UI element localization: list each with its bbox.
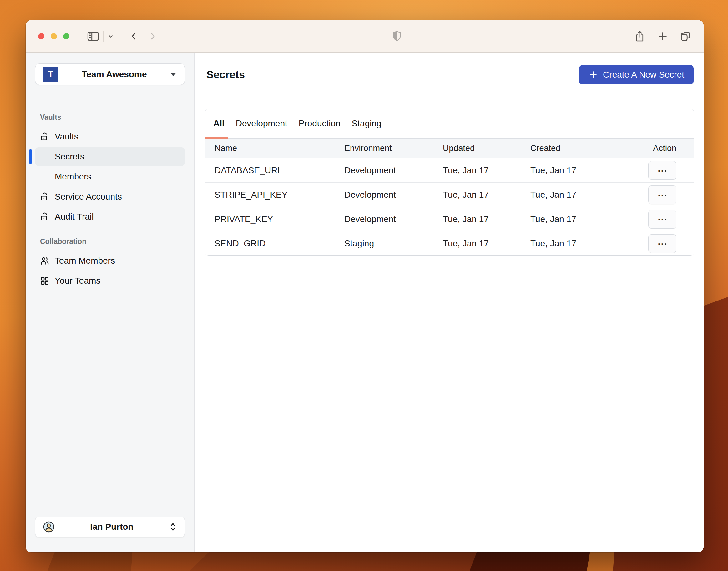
traffic-lights (38, 33, 70, 39)
sidebar: T Team Awesome Vaults Vaults Secrets (26, 52, 195, 552)
sidebar-item-secrets[interactable]: Secrets (35, 147, 185, 166)
secret-name: PRIVATE_KEY (215, 214, 344, 224)
secret-updated: Tue, Jan 17 (443, 214, 530, 224)
sidebar-item-team-members[interactable]: Team Members (35, 251, 185, 270)
column-header-action: Action (648, 143, 677, 153)
forward-icon[interactable] (148, 31, 157, 41)
sidebar-item-label: Service Accounts (55, 192, 122, 202)
titlebar (26, 20, 704, 52)
sidebar-item-members[interactable]: Members (35, 167, 185, 186)
sidebar-item-your-teams[interactable]: Your Teams (35, 271, 185, 291)
row-actions-button[interactable]: … (648, 161, 677, 180)
table-row: DATABASE_URL Development Tue, Jan 17 Tue… (205, 158, 694, 182)
table-row: SEND_GRID Staging Tue, Jan 17 Tue, Jan 1… (205, 231, 694, 255)
page-title: Secrets (206, 69, 245, 81)
secret-environment: Development (344, 165, 443, 176)
secret-updated: Tue, Jan 17 (443, 190, 530, 200)
team-name: Team Awesome (58, 70, 170, 80)
chevron-down-icon[interactable] (107, 33, 114, 40)
main-panel: Secrets Create A New Secret All Developm… (195, 52, 704, 552)
secret-name: DATABASE_URL (215, 165, 344, 176)
new-tab-icon[interactable] (657, 31, 668, 41)
shield-icon (391, 30, 402, 42)
zoom-button[interactable] (63, 33, 70, 39)
app-window: T Team Awesome Vaults Vaults Secrets (26, 20, 704, 552)
secret-name: SEND_GRID (215, 239, 344, 249)
sidebar-item-label: Secrets (55, 152, 85, 162)
secret-environment: Development (344, 214, 443, 224)
table-header: Name Environment Updated Created Action (205, 138, 694, 158)
minimize-button[interactable] (51, 33, 57, 39)
grid-icon (40, 276, 49, 286)
column-header-name: Name (215, 143, 344, 153)
sidebar-item-label: Your Teams (55, 276, 100, 286)
content-area: All Development Production Staging Name … (195, 97, 704, 552)
team-avatar: T (43, 67, 58, 82)
row-actions-button[interactable]: … (648, 234, 677, 253)
sidebar-item-audit-trail[interactable]: Audit Trail (35, 207, 185, 226)
tab-production[interactable]: Production (295, 109, 344, 138)
lock-open-icon (40, 212, 49, 221)
secret-name: STRIPE_API_KEY (215, 190, 344, 200)
up-down-chevron-icon (169, 522, 177, 532)
lock-open-icon (40, 192, 49, 201)
sidebar-item-label: Vaults (55, 132, 79, 142)
create-secret-label: Create A New Secret (603, 70, 684, 80)
table-row: PRIVATE_KEY Development Tue, Jan 17 Tue,… (205, 207, 694, 231)
sidebar-item-vaults[interactable]: Vaults (35, 127, 185, 146)
sidebar-item-service-accounts[interactable]: Service Accounts (35, 187, 185, 206)
secret-environment: Development (344, 190, 443, 200)
secret-created: Tue, Jan 17 (530, 165, 648, 176)
column-header-environment: Environment (344, 143, 443, 153)
secret-created: Tue, Jan 17 (530, 190, 648, 200)
secret-created: Tue, Jan 17 (530, 239, 648, 249)
users-icon (40, 256, 49, 265)
secret-environment: Staging (344, 239, 443, 249)
secret-created: Tue, Jan 17 (530, 214, 648, 224)
column-header-updated: Updated (443, 143, 530, 153)
column-header-created: Created (530, 143, 648, 153)
environment-tabs: All Development Production Staging (205, 109, 694, 138)
table-row: STRIPE_API_KEY Development Tue, Jan 17 T… (205, 182, 694, 207)
close-button[interactable] (38, 33, 44, 39)
divider (103, 31, 104, 41)
sidebar-toggle-icon[interactable] (87, 31, 100, 41)
main-header: Secrets Create A New Secret (195, 52, 704, 97)
user-avatar-icon (43, 521, 55, 533)
sidebar-item-label: Members (55, 172, 91, 182)
lock-open-icon (40, 132, 49, 141)
row-actions-button[interactable]: … (648, 210, 677, 229)
desktop-wallpaper: T Team Awesome Vaults Vaults Secrets (0, 0, 728, 571)
section-header-vaults: Vaults (35, 113, 185, 122)
tab-overview-icon[interactable] (680, 31, 691, 42)
create-secret-button[interactable]: Create A New Secret (579, 65, 694, 85)
share-icon[interactable] (634, 30, 645, 42)
secret-updated: Tue, Jan 17 (443, 165, 530, 176)
row-actions-button[interactable]: … (648, 186, 677, 204)
sidebar-item-label: Audit Trail (55, 212, 94, 222)
section-header-collaboration: Collaboration (35, 237, 185, 246)
user-name: Ian Purton (55, 522, 169, 532)
tab-development[interactable]: Development (232, 109, 291, 138)
tab-all[interactable]: All (205, 109, 228, 138)
sidebar-item-label: Team Members (55, 256, 115, 266)
chevron-down-icon (170, 73, 176, 76)
team-selector[interactable]: T Team Awesome (35, 64, 185, 85)
back-icon[interactable] (129, 31, 138, 41)
secret-updated: Tue, Jan 17 (443, 239, 530, 249)
tab-staging[interactable]: Staging (348, 109, 385, 138)
secrets-card: All Development Production Staging Name … (205, 109, 694, 256)
plus-icon (589, 70, 598, 80)
user-selector[interactable]: Ian Purton (35, 517, 185, 537)
